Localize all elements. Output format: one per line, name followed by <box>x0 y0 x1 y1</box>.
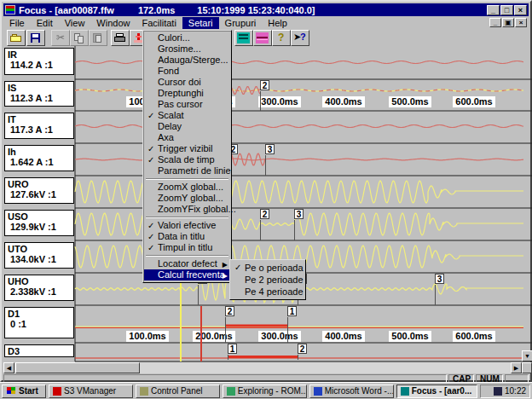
mdi-restore-button[interactable]: ▣ <box>502 18 514 27</box>
cut-icon: ✂ <box>54 32 67 43</box>
channel-label-uso[interactable]: USO129.9kV :1 <box>4 210 74 236</box>
taskbar: Start S3 VManagerControl PanelExploring … <box>0 382 532 399</box>
cursor-marker-2[interactable]: 2 <box>260 80 269 90</box>
channel-name: URO <box>8 179 71 189</box>
task-icon <box>314 387 322 396</box>
save-button[interactable] <box>26 30 45 46</box>
menu-item-locator-defect[interactable]: Locator defect▶ <box>144 258 230 269</box>
menu-item-delay[interactable]: Delay <box>144 121 230 132</box>
menu-item-valori-efective[interactable]: Valori efective✓ <box>144 220 230 231</box>
menubar-item-window[interactable]: Window <box>90 17 136 29</box>
menu-item-grosime[interactable]: Grosime... <box>144 43 230 55</box>
cursor-marker-1[interactable]: 1 <box>228 344 237 354</box>
scroll-left-button[interactable]: ◀ <box>3 362 14 373</box>
menu-item-axa[interactable]: Axa <box>144 132 230 143</box>
menubar-item-facilitati[interactable]: Facilitati <box>136 17 182 29</box>
taskbar-task-2[interactable]: Control Panel <box>136 385 220 398</box>
menu-item-calcul-frecventa[interactable]: Calcul frecventa▶ <box>144 269 230 280</box>
cursor-marker-3[interactable]: 3 <box>294 209 304 219</box>
mdi-minimize-button[interactable]: _ <box>489 18 501 27</box>
menubar-item-view[interactable]: View <box>59 17 91 29</box>
channel-label-uto[interactable]: UTO134.0kV :1 <box>4 242 74 269</box>
start-button[interactable]: Start <box>2 385 46 398</box>
time-axis-label: 600.0ms <box>453 96 495 107</box>
menu-item-pas-cursor[interactable]: Pas cursor <box>144 99 230 110</box>
signal-button[interactable] <box>253 30 272 46</box>
scroll-corner <box>522 362 532 373</box>
channel-label-d1[interactable]: D10 :1 <box>4 307 74 338</box>
task-label: Focus - [aar0... <box>412 386 472 396</box>
focus-app-window: Focus - [aar00087.ffw 172.0ms 15:10:1999… <box>0 0 532 382</box>
menu-item-fond[interactable]: Fond <box>144 66 230 77</box>
fault-cursor-line[interactable] <box>200 306 202 361</box>
help-button[interactable]: ? <box>272 30 291 46</box>
maximize-button[interactable]: □ <box>500 5 513 15</box>
taskbar-task-4[interactable]: Microsoft Word -... <box>309 385 394 398</box>
title-bar[interactable]: Focus - [aar00087.ffw 172.0ms 15:10:1999… <box>3 3 529 16</box>
channel-label-uro[interactable]: URO127.6kV :1 <box>4 177 74 204</box>
menu-item-culori[interactable]: Culori... <box>144 32 230 43</box>
cursor-marker-2[interactable]: 2 <box>260 209 269 219</box>
mdi-close-button[interactable]: × <box>515 18 527 27</box>
submenu-item-pe-4-perioade[interactable]: Pe 4 perioade <box>231 286 304 298</box>
print-button[interactable] <box>111 30 130 46</box>
cursor-marker-line <box>298 355 298 360</box>
taskbar-task-3[interactable]: Exploring - ROM... <box>223 385 307 398</box>
submenu-item-pe-2-perioade[interactable]: Pe 2 perioade <box>231 274 304 286</box>
channel-label-d3[interactable]: D30 :1 <box>4 344 74 357</box>
menu-item-scala-de-timp[interactable]: Scala de timp✓ <box>144 154 230 165</box>
minimize-button[interactable]: _ <box>487 5 500 15</box>
menu-item-zoomyfix-global[interactable]: ZoomYFix global... <box>144 204 230 215</box>
menu-item-trigger-vizibil[interactable]: Trigger vizibil✓ <box>144 143 230 154</box>
channel-label-ir[interactable]: IR114.2 A :1 <box>4 48 74 75</box>
trigger-cursor-line[interactable] <box>180 275 182 361</box>
menubar-item-setari[interactable]: Setari <box>182 17 219 29</box>
channel-label-uho[interactable]: UHO2.338kV :1 <box>4 275 74 301</box>
close-button[interactable]: × <box>514 5 527 15</box>
menu-item-data-in-titlu[interactable]: Data in titlu✓ <box>144 231 230 242</box>
checkmark-icon: ✓ <box>147 242 154 253</box>
menu-item-timpul-in-titlu[interactable]: Timpul in titlu✓ <box>144 242 230 253</box>
menubar-item-grupuri[interactable]: Grupuri <box>219 17 263 29</box>
menu-item-adauga-sterge[interactable]: Adauga/Sterge... <box>144 55 230 66</box>
cursor-marker-3[interactable]: 3 <box>435 274 444 284</box>
menubar-item-help[interactable]: Help <box>262 17 293 29</box>
channel-value: 127.6kV :1 <box>8 189 71 200</box>
scroll-right-button[interactable]: ▶ <box>511 362 522 373</box>
menu-item-cursor-doi[interactable]: Cursor doi <box>144 77 230 88</box>
chr-ffw-button[interactable] <box>234 30 253 46</box>
channel-label-is[interactable]: IS112.3 A :1 <box>4 81 74 107</box>
menu-item-scalat[interactable]: Scalat✓ <box>144 110 230 121</box>
vertical-scroll-down-button[interactable]: ▼ <box>522 350 532 361</box>
open-button[interactable] <box>7 30 26 46</box>
time-axis-label: 500.0ms <box>389 331 431 342</box>
channel-value: 0 :1 <box>8 356 71 357</box>
menu-item-zoomx-global[interactable]: ZoomX global... <box>144 182 230 193</box>
channel-label-ih[interactable]: Ih1.642 A :1 <box>4 145 74 171</box>
taskbar-task-1[interactable]: S3 VManager <box>49 385 133 398</box>
task-icon <box>401 387 409 396</box>
horizontal-scrollbar[interactable]: ◀ ▶ <box>3 362 532 373</box>
signal-icon <box>256 32 269 43</box>
windows-logo-icon <box>6 386 16 396</box>
submenu-arrow-icon: ▶ <box>223 270 228 281</box>
channel-value: 112.3 A :1 <box>8 93 71 104</box>
checkmark-icon: ✓ <box>234 262 241 274</box>
menu-item-dreptunghi[interactable]: Dreptunghi <box>144 88 230 99</box>
copy-button <box>70 30 89 46</box>
channel-name: IT <box>8 114 71 124</box>
menu-item-parametri-de-linie[interactable]: Parametri de linie <box>144 165 230 176</box>
context-help-button[interactable]: ➤? <box>291 30 309 46</box>
cursor-marker-3[interactable]: 3 <box>265 144 275 154</box>
menubar-item-edit[interactable]: Edit <box>31 17 59 29</box>
submenu-item-pe-o-perioada[interactable]: Pe o perioada✓ <box>231 262 304 274</box>
menubar-item-file[interactable]: File <box>3 17 31 29</box>
cursor-marker-2[interactable]: 2 <box>225 306 234 316</box>
cursor-marker-1[interactable]: 1 <box>287 306 297 316</box>
cursor-marker-2[interactable]: 2 <box>298 344 307 354</box>
task-label: Control Panel <box>151 386 203 396</box>
channel-label-it[interactable]: IT117.3 A :1 <box>4 113 74 139</box>
taskbar-task-5[interactable]: Focus - [aar0... <box>396 385 477 398</box>
scrollbar-thumb[interactable] <box>15 362 140 373</box>
menu-item-zoomy-global[interactable]: ZoomY global... <box>144 193 230 204</box>
